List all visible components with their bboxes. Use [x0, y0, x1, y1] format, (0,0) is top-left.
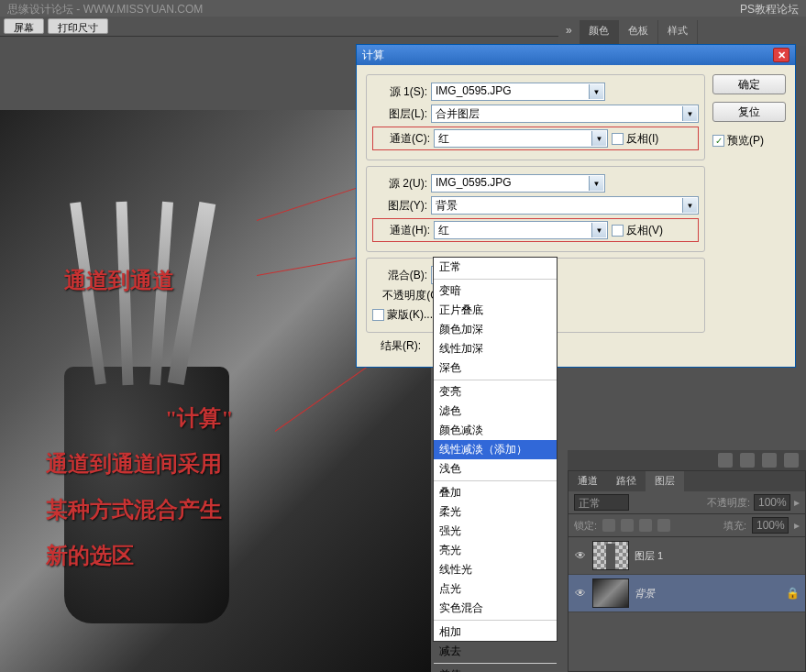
source2-select[interactable]: IMG_0595.JPG ▼	[431, 174, 605, 193]
invert1-label: 反相(I)	[626, 131, 658, 147]
blend-option-selected[interactable]: 线性减淡（添加）	[434, 440, 557, 459]
blend-option[interactable]: 深色	[434, 358, 557, 378]
opacity-input[interactable]: 100%	[754, 494, 790, 511]
chevron-down-icon: ▼	[591, 223, 606, 237]
blend-option[interactable]: 亮光	[434, 541, 557, 560]
footer-icon[interactable]	[762, 453, 777, 468]
blend-option[interactable]: 颜色减淡	[434, 421, 557, 440]
watermark-top: PS教程论坛	[740, 3, 799, 16]
blend-option[interactable]: 实色混合	[434, 599, 557, 618]
tab-swatches[interactable]: 色板	[619, 20, 658, 46]
annotation-2: "计算"	[165, 403, 234, 433]
tab-paths[interactable]: 路径	[607, 471, 646, 491]
blend-option[interactable]: 变亮	[434, 382, 557, 402]
panel-footer	[568, 450, 806, 470]
layer1-label: 图层(L):	[372, 106, 427, 122]
ok-button[interactable]: 确定	[712, 74, 786, 94]
annotation-4: 某种方式混合产生	[46, 495, 222, 524]
tab-color[interactable]: 颜色	[580, 20, 619, 46]
footer-icon[interactable]	[718, 453, 733, 468]
blend-option[interactable]: 颜色加深	[434, 320, 557, 339]
layer-thumbnail[interactable]	[592, 541, 629, 570]
reset-button[interactable]: 复位	[712, 102, 786, 122]
source2-label: 源 2(U):	[372, 176, 427, 192]
invert2-label: 反相(V)	[626, 223, 663, 238]
blend-option[interactable]: 减去	[434, 642, 557, 661]
blend-option[interactable]: 正片叠底	[434, 301, 557, 320]
visibility-icon[interactable]: 👁	[574, 587, 587, 600]
lock-icon: 🔒	[786, 587, 800, 600]
layers-panel: 通道 路径 图层 正常 不透明度: 100% ▸ 锁定: 填充: 100% ▸ …	[568, 470, 806, 672]
blend-label: 混合(B):	[372, 268, 427, 283]
chevron-down-icon: ▼	[589, 176, 603, 191]
chevron-down-icon: ▼	[682, 106, 697, 121]
channel1-label: 通道(C):	[375, 131, 430, 147]
print-size-button[interactable]: 打印尺寸	[48, 18, 108, 34]
watermark-bar: 思缘设计论坛 - WWW.MISSYUAN.COM PS教程论坛 BBS.16X…	[0, 0, 806, 17]
trash-icon[interactable]	[784, 453, 799, 468]
opacity-label: 不透明度:	[707, 496, 750, 510]
tab-styles[interactable]: 样式	[658, 20, 698, 46]
tab-channels[interactable]: 通道	[569, 471, 607, 491]
lock-pixels-icon[interactable]	[621, 519, 634, 532]
channel2-select[interactable]: 红 ▼	[434, 221, 608, 239]
dialog-title-text: 计算	[362, 48, 384, 63]
blend-mode-dropdown[interactable]: 正常 变暗 正片叠底 颜色加深 线性加深 深色 变亮 滤色 颜色减淡 线性减淡（…	[433, 257, 558, 642]
visibility-icon[interactable]: 👁	[574, 549, 587, 562]
chevron-icon[interactable]: ▸	[794, 496, 800, 509]
channel1-select[interactable]: 红 ▼	[434, 129, 608, 148]
channel2-label: 通道(H):	[375, 223, 430, 238]
calculations-dialog: 计算 ✕ 源 1(S): IMG_0595.JPG ▼ 图层(L): 合并图层 …	[356, 44, 796, 368]
fill-label: 填充:	[723, 519, 746, 533]
screen-button[interactable]: 屏幕	[4, 18, 44, 34]
fill-input[interactable]: 100%	[752, 517, 789, 534]
layer2-select[interactable]: 背景 ▼	[431, 196, 699, 215]
preview-checkbox[interactable]: ✓	[712, 135, 724, 147]
arrow-icon[interactable]: »	[558, 20, 580, 46]
blend-option[interactable]: 正常	[434, 258, 557, 277]
chevron-icon[interactable]: ▸	[794, 519, 800, 532]
chevron-down-icon: ▼	[589, 84, 603, 99]
mask-label: 蒙版(K)...	[387, 307, 433, 323]
lock-position-icon[interactable]	[639, 519, 652, 532]
layer-name: 图层 1	[635, 549, 663, 563]
source1-group: 源 1(S): IMG_0595.JPG ▼ 图层(L): 合并图层 ▼ 通道(…	[366, 74, 705, 160]
chevron-down-icon: ▼	[682, 198, 697, 213]
layer-item[interactable]: 👁 背景 🔒	[569, 575, 805, 612]
annotation-3: 通道到通道间采用	[46, 449, 222, 479]
blend-option[interactable]: 柔光	[434, 502, 557, 522]
tab-layers[interactable]: 图层	[646, 471, 684, 491]
blend-option[interactable]: 叠加	[434, 483, 557, 502]
source1-select[interactable]: IMG_0595.JPG ▼	[431, 83, 605, 101]
source2-group: 源 2(U): IMG_0595.JPG ▼ 图层(Y): 背景 ▼ 通道(H)…	[366, 166, 705, 252]
invert1-checkbox[interactable]	[612, 133, 624, 145]
lock-all-icon[interactable]	[657, 519, 670, 532]
footer-icon[interactable]	[740, 453, 755, 468]
layer1-select[interactable]: 合并图层 ▼	[431, 105, 699, 123]
blend-option[interactable]: 差值	[434, 666, 557, 672]
layer-thumbnail[interactable]	[592, 578, 629, 608]
blend-option[interactable]: 线性加深	[434, 339, 557, 358]
lock-transparent-icon[interactable]	[602, 519, 615, 532]
side-panel-tabs: » 颜色 色板 样式	[558, 20, 806, 46]
blend-option[interactable]: 相加	[434, 622, 557, 642]
result-label: 结果(R):	[366, 338, 421, 354]
annotation-1: 通道到通道	[64, 266, 174, 295]
blend-option[interactable]: 滤色	[434, 402, 557, 421]
layer-name: 背景	[635, 587, 655, 600]
source1-label: 源 1(S):	[372, 84, 427, 100]
mask-checkbox[interactable]	[372, 309, 384, 321]
blend-option[interactable]: 变暗	[434, 281, 557, 301]
blend-mode-select[interactable]: 正常	[574, 494, 629, 511]
layer2-label: 图层(Y):	[372, 198, 427, 214]
blend-option[interactable]: 点光	[434, 579, 557, 599]
blend-option[interactable]: 强光	[434, 522, 557, 541]
invert2-checkbox[interactable]	[612, 225, 624, 237]
annotation-5: 新的选区	[46, 541, 134, 570]
dialog-titlebar[interactable]: 计算 ✕	[357, 45, 795, 65]
blend-option[interactable]: 浅色	[434, 459, 557, 479]
layer-item[interactable]: 👁 图层 1	[569, 537, 805, 575]
blend-option[interactable]: 线性光	[434, 560, 557, 579]
preview-label: 预览(P)	[727, 133, 764, 149]
close-icon[interactable]: ✕	[773, 48, 789, 62]
